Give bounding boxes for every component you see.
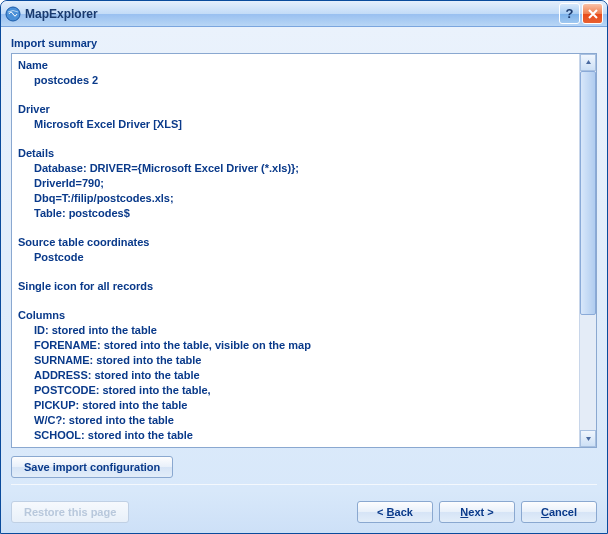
column-line: POSTCODE: stored into the table,	[18, 383, 573, 398]
icon-mode-label: Single icon for all records	[18, 279, 573, 294]
column-line: W/C?: stored into the table	[18, 413, 573, 428]
summary-frame: Name postcodes 2 Driver Microsoft Excel …	[11, 53, 597, 448]
name-label: Name	[18, 58, 573, 73]
details-line: Dbq=T:/filip/postcodes.xls;	[18, 191, 573, 206]
column-line: ADDRESS: stored into the table	[18, 368, 573, 383]
help-button[interactable]: ?	[559, 3, 580, 24]
columns-label: Columns	[18, 308, 573, 323]
close-button[interactable]	[582, 3, 603, 24]
name-value: postcodes 2	[18, 73, 573, 88]
driver-label: Driver	[18, 102, 573, 117]
restore-page-button: Restore this page	[11, 501, 129, 523]
column-line: ID: stored into the table	[18, 323, 573, 338]
config-button-row: Save import configuration	[11, 448, 597, 480]
separator	[11, 484, 597, 485]
window-title: MapExplorer	[25, 7, 557, 21]
details-line: Table: postcodes$	[18, 206, 573, 221]
driver-value: Microsoft Excel Driver [XLS]	[18, 117, 573, 132]
cancel-button[interactable]: Cancel	[521, 501, 597, 523]
scroll-up-button[interactable]	[580, 54, 596, 71]
vertical-scrollbar[interactable]	[579, 54, 596, 447]
column-line: SURNAME: stored into the table	[18, 353, 573, 368]
scroll-down-button[interactable]	[580, 430, 596, 447]
dialog-body: Import summary Name postcodes 2 Driver M…	[1, 27, 607, 491]
coords-label: Source table coordinates	[18, 235, 573, 250]
dialog-footer: Restore this page < Back Next > Cancel	[1, 491, 607, 533]
coords-value: Postcode	[18, 250, 573, 265]
section-title: Import summary	[11, 37, 597, 49]
details-label: Details	[18, 146, 573, 161]
details-line: DriverId=790;	[18, 176, 573, 191]
column-line: PICKUP: stored into the table	[18, 398, 573, 413]
next-button[interactable]: Next >	[439, 501, 515, 523]
details-line: Database: DRIVER={Microsoft Excel Driver…	[18, 161, 573, 176]
titlebar: MapExplorer ?	[1, 1, 607, 27]
scroll-track[interactable]	[580, 71, 596, 430]
app-icon	[5, 6, 21, 22]
back-button[interactable]: < Back	[357, 501, 433, 523]
column-line: SCHOOL: stored into the table	[18, 428, 573, 443]
summary-text: Name postcodes 2 Driver Microsoft Excel …	[12, 54, 579, 447]
scroll-thumb[interactable]	[580, 71, 596, 315]
column-line: FORENAME: stored into the table, visible…	[18, 338, 573, 353]
dialog-window: MapExplorer ? Import summary Name postco…	[0, 0, 608, 534]
save-import-config-button[interactable]: Save import configuration	[11, 456, 173, 478]
